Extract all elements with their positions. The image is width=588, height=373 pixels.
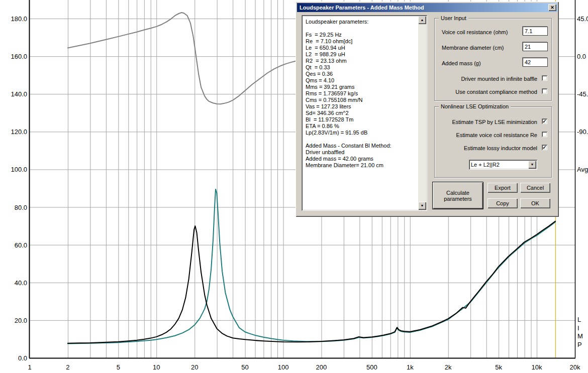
- results-scrollbar[interactable]: ▲ ▼: [418, 16, 426, 210]
- parameters-line: Fs = 29.25 Hz: [306, 32, 416, 38]
- right-axis-labels: 45.00.0-45.0-90.0Avg:: [577, 15, 588, 173]
- driver-mounted-in-infinite-baffle-checkbox[interactable]: [542, 75, 547, 81]
- estimate-voice-coil-resistance-re-label: Estimate voice coil resistance Re: [456, 132, 537, 138]
- parameters-line: Qt = 0.33: [306, 64, 416, 71]
- limp-branding: LIMP: [577, 316, 583, 348]
- svg-text:1k: 1k: [407, 363, 414, 371]
- parameters-line: Le = 650.94 uH: [306, 45, 416, 51]
- scroll-down-icon: ▼: [421, 204, 424, 207]
- use-constant-compliance-method-checkbox[interactable]: [542, 88, 547, 94]
- svg-text:500: 500: [366, 363, 377, 371]
- parameters-line: [306, 136, 416, 143]
- svg-text:Avg:: Avg:: [577, 166, 588, 173]
- parameters-line: Lp(2.83V/1m) = 91.95 dB: [306, 130, 416, 136]
- inductor-model-value: Le + L2||R2: [471, 162, 500, 168]
- calculate-parameters-button[interactable]: Calculate parameters: [433, 182, 483, 209]
- limp-application: 0.020.040.060.080.0100.0120.0140.0160.01…: [0, 0, 588, 373]
- parameters-line: Rms = 1.736597 kg/s: [306, 90, 416, 97]
- svg-text:160.0: 160.0: [11, 53, 27, 60]
- driver-mounted-in-infinite-baffle-row: Driver mounted in infinite baffle: [435, 75, 547, 82]
- added-mass-g-row: Added mass (g): [435, 58, 547, 68]
- parameters-line: [306, 25, 416, 32]
- driver-mounted-in-infinite-baffle-label: Driver mounted in infinite baffle: [461, 76, 537, 82]
- svg-text:1: 1: [28, 363, 31, 371]
- estimate-lossy-inductor-model-row: Estimate lossy inductor model✓: [435, 145, 547, 152]
- scroll-up-icon: ▲: [421, 18, 424, 22]
- added-mass-g-field[interactable]: [523, 58, 547, 66]
- dialog-title: Loudspeaker Parameters - Added Mass Meth…: [300, 5, 424, 11]
- estimate-lossy-inductor-model-label: Estimate lossy inductor model: [464, 145, 537, 151]
- parameters-line: Mms = 39.21 grams: [306, 84, 416, 90]
- inductor-model-select[interactable]: Le + L2||R2 ▼: [469, 160, 537, 170]
- parameters-results-panel[interactable]: Loudspeaker parameters: Fs = 29.25 HzRe …: [302, 15, 427, 211]
- scroll-down-button[interactable]: ▼: [418, 202, 426, 210]
- svg-text:10k: 10k: [532, 363, 542, 371]
- membrane-diameter-cm-field[interactable]: [523, 43, 547, 51]
- parameters-line: Membrane Diameter= 21.00 cm: [306, 162, 416, 169]
- parameters-line: Cms = 0.755108 mm/N: [306, 97, 416, 103]
- svg-text:100: 100: [278, 363, 289, 371]
- svg-text:50: 50: [241, 363, 248, 371]
- voice-coil-resistance-ohm-row: Voice coil resistance (ohm): [435, 27, 547, 37]
- svg-text:20k: 20k: [570, 363, 580, 371]
- parameters-line: R2 = 23.13 ohm: [306, 58, 416, 64]
- svg-text:40.0: 40.0: [15, 279, 27, 287]
- dialog-titlebar[interactable]: Loudspeaker Parameters - Added Mass Meth…: [297, 3, 557, 12]
- parameters-line: L2 = 988.29 uH: [306, 51, 416, 58]
- close-icon: ✕: [550, 5, 554, 10]
- use-constant-compliance-method-row: Use constant compliance method: [435, 88, 547, 95]
- svg-text:2: 2: [66, 363, 69, 371]
- nonlinear-lse-legend: Nonlinear LSE Optimization: [439, 103, 511, 109]
- estimate-tsp-by-lse-minimization-label: Estimate TSP by LSE minimization: [452, 119, 537, 125]
- cancel-button[interactable]: Cancel: [520, 183, 550, 193]
- svg-text:20.0: 20.0: [15, 317, 27, 324]
- scroll-up-button[interactable]: ▲: [418, 16, 426, 24]
- svg-text:10: 10: [153, 363, 160, 371]
- user-input-group: User Input Voice coil resistance (ohm)Me…: [434, 18, 552, 101]
- loudspeaker-parameters-dialog: Loudspeaker Parameters - Added Mass Meth…: [296, 2, 559, 217]
- parameters-line: Vas = 127.23 liters: [306, 103, 416, 110]
- svg-text:-45.0: -45.0: [577, 90, 588, 98]
- parameters-line: Bl = 11.972528 Tm: [306, 116, 416, 123]
- membrane-diameter-cm-label: Membrane diameter (cm): [442, 45, 504, 51]
- svg-text:5: 5: [117, 363, 120, 371]
- svg-text:120.0: 120.0: [11, 128, 27, 136]
- svg-text:60.0: 60.0: [15, 241, 27, 249]
- combo-dropdown-button[interactable]: ▼: [528, 161, 536, 169]
- use-constant-compliance-method-label: Use constant compliance method: [455, 89, 537, 95]
- svg-text:I: I: [577, 324, 579, 332]
- left-axis-labels: 0.020.040.060.080.0100.0120.0140.0160.01…: [11, 15, 27, 362]
- check-icon: ✓: [542, 118, 546, 124]
- voice-coil-resistance-ohm-label: Voice coil resistance (ohm): [442, 29, 508, 35]
- nonlinear-lse-group: Nonlinear LSE Optimization Estimate TSP …: [434, 106, 552, 178]
- svg-text:20: 20: [191, 363, 198, 371]
- svg-text:-90.0: -90.0: [577, 128, 588, 136]
- svg-text:P: P: [577, 341, 582, 348]
- svg-text:140.0: 140.0: [11, 90, 27, 98]
- parameters-line: Re = 7.10 ohm[dc]: [306, 38, 416, 45]
- svg-text:180.0: 180.0: [11, 15, 27, 23]
- svg-text:0.0: 0.0: [18, 354, 27, 362]
- check-icon: ✓: [542, 145, 546, 150]
- svg-text:200: 200: [316, 363, 327, 371]
- parameters-line: Loudspeaker parameters:: [306, 19, 416, 25]
- svg-text:80.0: 80.0: [15, 204, 27, 211]
- estimate-tsp-by-lse-minimization-checkbox[interactable]: ✓: [542, 118, 547, 124]
- voice-coil-resistance-ohm-field[interactable]: [523, 27, 547, 35]
- estimate-lossy-inductor-model-checkbox[interactable]: ✓: [542, 145, 547, 150]
- close-button[interactable]: ✕: [548, 4, 556, 11]
- svg-text:2k: 2k: [445, 363, 452, 371]
- estimate-voice-coil-resistance-re-checkbox[interactable]: [542, 132, 547, 137]
- svg-text:0.0: 0.0: [577, 53, 586, 60]
- parameters-line: ETA = 0.86 %: [306, 123, 416, 130]
- series-phase_deg: [68, 13, 296, 104]
- ok-button[interactable]: OK: [520, 198, 550, 208]
- svg-text:M: M: [577, 332, 583, 340]
- export-button[interactable]: Export: [487, 183, 518, 193]
- parameters-line: Driver unbaffled: [306, 149, 416, 156]
- svg-text:100.0: 100.0: [11, 166, 27, 173]
- copy-button[interactable]: Copy: [487, 198, 518, 208]
- parameters-line: Added Mass - Constant Bl Method:: [306, 143, 416, 149]
- parameters-line: Sd= 346.36 cm^2: [306, 110, 416, 116]
- membrane-diameter-cm-row: Membrane diameter (cm): [435, 43, 547, 53]
